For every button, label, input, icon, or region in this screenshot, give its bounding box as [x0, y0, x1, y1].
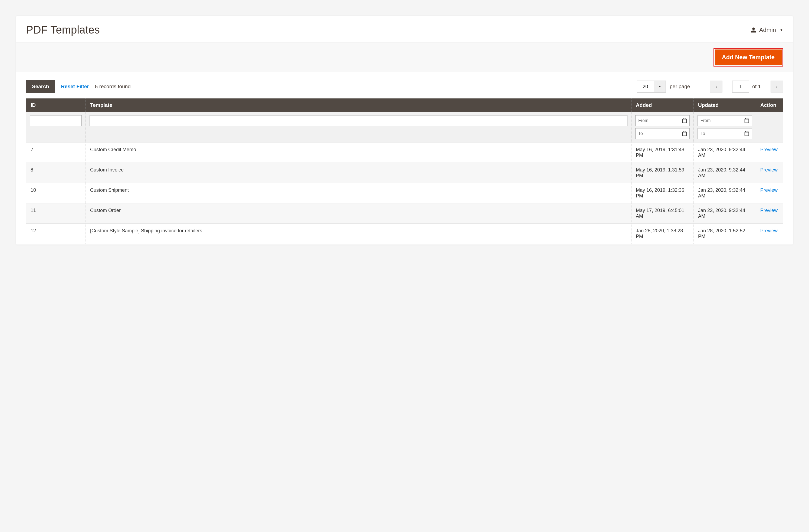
- table-row[interactable]: 12[Custom Style Sample] Shipping invoice…: [26, 224, 783, 244]
- col-header-action: Action: [756, 99, 783, 112]
- grid-header-row: ID Template Added Updated Action: [26, 99, 783, 112]
- cell-template: Custom Credit Memo: [86, 143, 632, 163]
- preview-link[interactable]: Preview: [760, 147, 778, 152]
- cell-updated: Jan 28, 2020, 1:52:52 PM: [694, 224, 756, 244]
- cell-updated: Jan 23, 2020, 9:32:44 AM: [694, 203, 756, 224]
- col-header-updated[interactable]: Updated: [694, 99, 756, 112]
- page-of-label: of 1: [752, 84, 761, 90]
- calendar-icon[interactable]: [744, 131, 750, 137]
- cell-added: May 16, 2019, 1:31:59 PM: [632, 163, 694, 183]
- search-button[interactable]: Search: [26, 80, 55, 93]
- cell-added: May 16, 2019, 1:31:48 PM: [632, 143, 694, 163]
- col-header-template[interactable]: Template: [86, 99, 632, 112]
- page-title: PDF Templates: [26, 24, 100, 36]
- per-page-group: ▼ per page: [637, 81, 690, 92]
- account-name: Admin: [759, 26, 776, 34]
- grid-filter-row: [26, 112, 783, 143]
- col-header-added[interactable]: Added: [632, 99, 694, 112]
- calendar-icon[interactable]: [744, 118, 750, 124]
- cell-template: Custom Shipment: [86, 183, 632, 203]
- cell-id: 8: [26, 163, 86, 183]
- preview-link[interactable]: Preview: [760, 188, 778, 193]
- calendar-icon[interactable]: [682, 131, 688, 137]
- per-page-dropdown-button[interactable]: ▼: [654, 81, 666, 92]
- table-row[interactable]: 8Custom InvoiceMay 16, 2019, 1:31:59 PMJ…: [26, 163, 783, 183]
- prev-page-button[interactable]: ‹: [710, 81, 722, 92]
- records-found-label: 5 records found: [95, 84, 131, 90]
- cell-id: 11: [26, 203, 86, 224]
- col-header-id[interactable]: ID: [26, 99, 86, 112]
- cell-added: May 17, 2019, 6:45:01 AM: [632, 203, 694, 224]
- page-input[interactable]: [732, 81, 749, 92]
- account-menu[interactable]: Admin ▼: [751, 26, 783, 34]
- grid-controls: Search Reset Filter 5 records found ▼ pe…: [16, 72, 793, 98]
- caret-down-icon: ▼: [780, 28, 783, 32]
- grid-body: 7Custom Credit MemoMay 16, 2019, 1:31:48…: [26, 143, 783, 244]
- table-row[interactable]: 10Custom ShipmentMay 16, 2019, 1:32:36 P…: [26, 183, 783, 203]
- next-page-button[interactable]: ›: [771, 81, 783, 92]
- cell-updated: Jan 23, 2020, 9:32:44 AM: [694, 143, 756, 163]
- page-card: PDF Templates Admin ▼ Add New Template S…: [16, 16, 793, 245]
- add-new-template-button[interactable]: Add New Template: [715, 50, 782, 65]
- toolbar: Add New Template: [16, 42, 793, 72]
- cell-added: Jan 28, 2020, 1:38:28 PM: [632, 224, 694, 244]
- filter-id-input[interactable]: [30, 115, 82, 126]
- cell-updated: Jan 23, 2020, 9:32:44 AM: [694, 183, 756, 203]
- user-icon: [751, 27, 757, 33]
- preview-link[interactable]: Preview: [760, 208, 778, 213]
- reset-filter-link[interactable]: Reset Filter: [61, 84, 89, 90]
- chevron-right-icon: ›: [776, 84, 778, 90]
- per-page-label: per page: [670, 84, 690, 90]
- cell-id: 12: [26, 224, 86, 244]
- cell-template: Custom Order: [86, 203, 632, 224]
- calendar-icon[interactable]: [682, 118, 688, 124]
- filter-template-input[interactable]: [89, 115, 627, 126]
- cell-id: 10: [26, 183, 86, 203]
- preview-link[interactable]: Preview: [760, 167, 778, 173]
- add-button-highlight: Add New Template: [713, 48, 783, 67]
- cell-updated: Jan 23, 2020, 9:32:44 AM: [694, 163, 756, 183]
- templates-grid: ID Template Added Updated Action: [26, 98, 783, 244]
- cell-template: Custom Invoice: [86, 163, 632, 183]
- page-header: PDF Templates Admin ▼: [16, 16, 793, 42]
- table-row[interactable]: 11Custom OrderMay 17, 2019, 6:45:01 AMJa…: [26, 203, 783, 224]
- cell-id: 7: [26, 143, 86, 163]
- chevron-left-icon: ‹: [716, 84, 717, 90]
- preview-link[interactable]: Preview: [760, 228, 778, 233]
- cell-template: [Custom Style Sample] Shipping invoice f…: [86, 224, 632, 244]
- table-row[interactable]: 7Custom Credit MemoMay 16, 2019, 1:31:48…: [26, 143, 783, 163]
- cell-added: May 16, 2019, 1:32:36 PM: [632, 183, 694, 203]
- per-page-input[interactable]: [637, 81, 654, 92]
